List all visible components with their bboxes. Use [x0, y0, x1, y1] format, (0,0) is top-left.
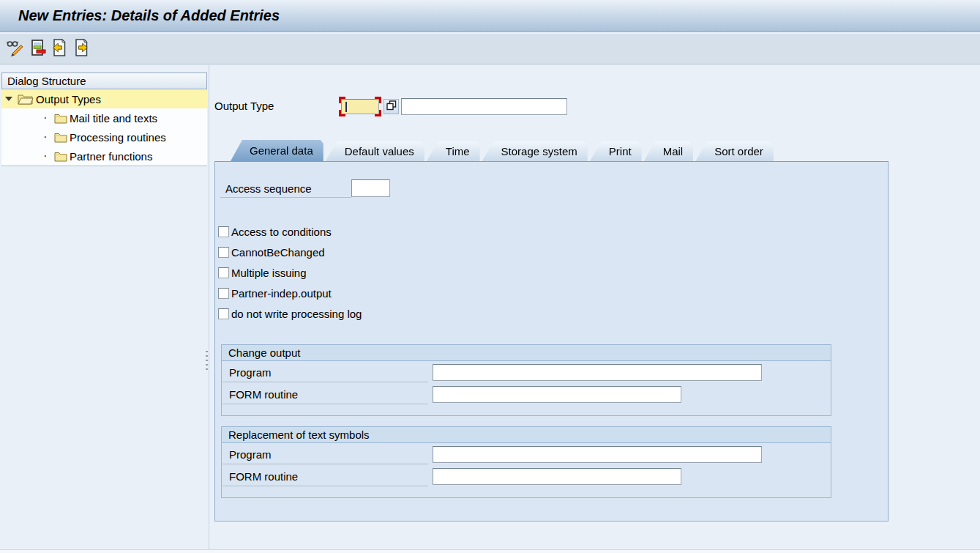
- checkbox-row: Access to conditions: [218, 221, 362, 242]
- dialog-structure-panel: Dialog Structure Output Types ·: [1, 73, 207, 166]
- field-row: Program: [222, 363, 831, 383]
- page-arrow-right-icon: [72, 38, 91, 59]
- tree-item-label: Output Types: [36, 93, 101, 105]
- group-replacement-text-symbols: Replacement of text symbols Program FORM…: [221, 426, 831, 498]
- checkbox-label: CannotBeChanged: [231, 246, 325, 259]
- closed-folder-icon: [54, 151, 67, 162]
- program-label: Program: [222, 445, 428, 464]
- form-routine-label: FORM routine: [222, 467, 428, 486]
- application-toolbar: [0, 33, 980, 64]
- matchcode-button[interactable]: [384, 99, 399, 114]
- checkbox-row: CannotBeChanged: [218, 242, 362, 262]
- field-row: FORM routine: [222, 467, 831, 487]
- general-data-panel: Access sequence Access to conditions Can…: [214, 162, 889, 522]
- tab-print[interactable]: Print: [590, 141, 642, 161]
- tree-item-label: Processing routines: [70, 131, 166, 144]
- page-arrow-left-icon: [50, 38, 69, 59]
- text-cursor: [345, 102, 347, 112]
- closed-folder-icon: [54, 132, 67, 143]
- tab-storage-system[interactable]: Storage system: [482, 141, 588, 161]
- checkbox-row: do not write processing log: [218, 303, 362, 324]
- checkbox-label: do not write processing log: [231, 308, 362, 320]
- checkbox-label: Multiple issuing: [231, 267, 307, 279]
- list-document-red-bar-icon: [28, 38, 47, 59]
- change-output-program-input[interactable]: [433, 364, 762, 381]
- closed-folder-icon: [54, 113, 67, 124]
- access-sequence-input[interactable]: [351, 179, 390, 197]
- cannot-be-changed-checkbox[interactable]: [218, 247, 229, 258]
- field-row: FORM routine: [222, 385, 831, 405]
- access-sequence-label: Access sequence: [220, 179, 351, 198]
- tree-item-label: Partner functions: [70, 150, 152, 163]
- group-title: Replacement of text symbols: [222, 427, 831, 443]
- tab-strip: General data Default values Time Storage…: [214, 139, 889, 162]
- overlapping-squares-icon: [386, 100, 397, 113]
- main-content: Dialog Structure Output Types ·: [0, 65, 980, 553]
- dot-bullet-icon: ·: [43, 114, 50, 122]
- access-to-conditions-checkbox[interactable]: [218, 226, 229, 237]
- window-bottom-edge: [0, 549, 980, 553]
- checkbox-label: Partner-indep.output: [231, 287, 332, 300]
- group-change-output: Change output Program FORM routine: [221, 344, 831, 416]
- panel-divider: [209, 65, 209, 553]
- tree-item-output-types[interactable]: Output Types: [1, 89, 207, 108]
- tab-general-data[interactable]: General data: [231, 140, 323, 161]
- dot-bullet-icon: ·: [43, 133, 50, 141]
- replacement-program-input[interactable]: [433, 446, 762, 463]
- output-type-label: Output Type: [214, 97, 274, 115]
- dot-bullet-icon: ·: [43, 152, 50, 160]
- tree-item-partner-functions[interactable]: · Partner functions: [1, 146, 207, 166]
- checkbox-label: Access to conditions: [231, 226, 332, 238]
- tab-time[interactable]: Time: [427, 141, 480, 161]
- expander-triangle-icon[interactable]: [5, 97, 12, 101]
- display-change-button[interactable]: [4, 38, 26, 60]
- field-row: Program: [222, 445, 831, 465]
- group-title: Change output: [222, 345, 831, 361]
- change-output-form-routine-input[interactable]: [433, 386, 681, 403]
- page-title: New Entries: Details of Added Entries: [0, 0, 980, 31]
- partner-indep-output-checkbox[interactable]: [218, 288, 229, 299]
- required-focus-frame: [339, 97, 381, 116]
- checkbox-row: Multiple issuing: [218, 262, 362, 283]
- title-bar: New Entries: Details of Added Entries: [0, 0, 980, 32]
- open-folder-icon: [18, 93, 34, 105]
- tree-item-mail-title[interactable]: · Mail title and texts: [1, 108, 207, 127]
- tab-sort-order[interactable]: Sort order: [695, 141, 774, 161]
- glasses-pencil-icon: [6, 38, 25, 59]
- output-type-description-input[interactable]: [401, 98, 567, 115]
- tab-mail[interactable]: Mail: [644, 141, 694, 161]
- splitter-drag-handle[interactable]: [205, 349, 209, 370]
- form-routine-label: FORM routine: [222, 385, 428, 404]
- checkbox-row: Partner-indep.output: [218, 283, 362, 303]
- dialog-structure-header: Dialog Structure: [1, 73, 207, 89]
- dialog-structure-tree: Output Types · Mail title and texts ·: [1, 89, 207, 166]
- replacement-form-routine-input[interactable]: [433, 468, 681, 485]
- tree-item-processing-routines[interactable]: · Processing routines: [1, 127, 207, 146]
- tree-item-label: Mail title and texts: [70, 112, 157, 125]
- previous-entry-button[interactable]: [48, 38, 70, 60]
- next-entry-button[interactable]: [70, 38, 92, 60]
- multiple-issuing-checkbox[interactable]: [218, 267, 229, 278]
- program-label: Program: [222, 363, 428, 382]
- no-processing-log-checkbox[interactable]: [218, 308, 229, 319]
- tab-default-values[interactable]: Default values: [326, 141, 424, 161]
- checkbox-list: Access to conditions CannotBeChanged Mul…: [218, 221, 362, 324]
- field-contents-button[interactable]: [26, 38, 48, 60]
